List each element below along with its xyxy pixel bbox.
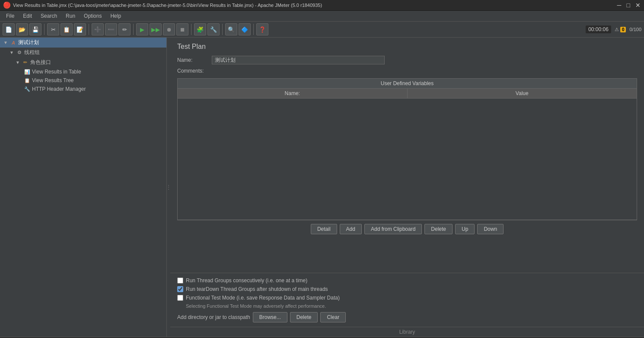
checkbox-functional-label: Functional Test Mode (i.e. save Response…: [186, 295, 340, 301]
col-value: Value: [408, 89, 637, 98]
tree-item-httpheader[interactable]: 🔧 HTTP Header Manager: [0, 85, 166, 93]
tb-start[interactable]: ▶: [136, 23, 148, 35]
tb-sep-1: [44, 24, 45, 35]
tb-sep-3: [133, 24, 134, 35]
toolbar: 📄 📂 💾 ✂ 📋 📝 ➕ ➖ ✏ ▶ ▶▶ ⏺ ⏹ 🧩 🔧 🔍 🔷 ❓ 00:…: [0, 22, 644, 38]
tree-item-testplan[interactable]: ▼ A 测试计划: [0, 38, 166, 48]
tb-sep-2: [89, 24, 89, 35]
tb-remote2[interactable]: 🔧: [207, 23, 220, 35]
udv-buttons: Detail Add Add from Clipboard Delete Up …: [177, 220, 637, 238]
down-button[interactable]: Down: [477, 224, 504, 234]
menu-run[interactable]: Run: [61, 12, 80, 20]
tb-remote1[interactable]: 🧩: [194, 23, 206, 35]
maximize-button[interactable]: □: [627, 2, 630, 9]
library-label: Library: [399, 329, 415, 335]
close-button[interactable]: ✕: [635, 2, 641, 9]
clear-button[interactable]: Clear: [320, 312, 346, 322]
options-section: Run Thread Groups consecutively (i.e. on…: [170, 273, 644, 327]
menubar: File Edit Search Run Options Help: [0, 11, 644, 22]
tb-toggle[interactable]: ✏: [118, 23, 131, 35]
warn-icon: ⚠: [615, 27, 619, 32]
checkbox-teardown[interactable]: [177, 286, 183, 292]
titlebar: 🔴 View Results in Table.jmx (C:\java-too…: [0, 0, 644, 11]
menu-edit[interactable]: Edit: [19, 12, 36, 20]
add-button[interactable]: Add: [340, 224, 362, 234]
app-icon: 🔴: [3, 2, 10, 9]
detail-button[interactable]: Detail: [311, 224, 337, 234]
menu-help[interactable]: Help: [106, 12, 125, 20]
comments-label: Comments:: [177, 68, 204, 74]
tree-item-threadgroup[interactable]: ▼ ⚙ 线程组: [0, 48, 166, 57]
minimize-button[interactable]: ─: [617, 2, 622, 9]
content-area: Test Plan Name: Comments: User Defined V…: [170, 38, 644, 273]
menu-options[interactable]: Options: [80, 12, 106, 20]
tb-copy[interactable]: 📋: [61, 23, 73, 35]
checkbox-functional[interactable]: [177, 295, 183, 301]
arrow-jiekou: ▼: [16, 60, 20, 65]
icon-httpheader: 🔧: [24, 86, 30, 92]
tb-paste[interactable]: 📝: [74, 23, 86, 35]
elapsed-timer: 00:00:06: [586, 26, 611, 33]
label-viewtree: View Results Tree: [32, 77, 74, 83]
page-title: Test Plan: [177, 43, 637, 51]
tb-open[interactable]: 📂: [16, 23, 28, 35]
col-name: Name:: [178, 89, 408, 98]
tb-start-nopauses[interactable]: ▶▶: [150, 23, 162, 35]
label-jiekou: 角色接口: [30, 59, 51, 66]
tb-cut[interactable]: ✂: [47, 23, 59, 35]
checkbox-consecutive-label: Run Thread Groups consecutively (i.e. on…: [186, 277, 307, 284]
up-button[interactable]: Up: [455, 224, 475, 234]
tb-new[interactable]: 📄: [3, 23, 15, 35]
browse-button[interactable]: Browse...: [253, 312, 287, 322]
checkbox-row-3: Functional Test Mode (i.e. save Response…: [177, 295, 637, 301]
tb-sep-6: [253, 24, 254, 35]
label-testplan: 测试计划: [18, 39, 39, 46]
tb-stop[interactable]: ⏺: [163, 23, 175, 35]
icon-jiekou: ✏: [22, 60, 29, 66]
icon-testplan: A: [10, 40, 16, 46]
menu-search[interactable]: Search: [36, 12, 61, 20]
label-viewtable: View Results in Table: [32, 69, 81, 75]
warn-badge: 0: [620, 27, 626, 32]
titlebar-left: 🔴 View Results in Table.jmx (C:\java-too…: [3, 2, 322, 9]
arrow-threadgroup: ▼: [10, 50, 14, 55]
icon-threadgroup: ⚙: [16, 50, 22, 56]
tree-item-viewtree[interactable]: 📋 View Results Tree: [0, 76, 166, 85]
name-label: Name:: [177, 57, 212, 63]
icon-viewtree: 📋: [24, 77, 30, 83]
thread-counter: 0/100: [629, 27, 641, 32]
left-panel: ▼ A 测试计划 ▼ ⚙ 线程组 ▼ ✏ 角色接口 📊 View Results…: [0, 38, 167, 337]
classpath-delete-button[interactable]: Delete: [290, 312, 318, 322]
tb-expand[interactable]: ➕: [92, 23, 104, 35]
udv-section: User Defined Variables Name: Value: [177, 78, 637, 220]
label-httpheader: HTTP Header Manager: [32, 86, 86, 92]
tb-right-info: 00:00:06 ⚠ 0 0/100: [586, 26, 641, 33]
comments-row: Comments:: [177, 68, 637, 74]
icon-viewtable: 📊: [24, 69, 30, 75]
classpath-row: Add directory or jar to classpath Browse…: [177, 312, 637, 322]
name-row: Name:: [177, 56, 637, 64]
main-layout: ▼ A 测试计划 ▼ ⚙ 线程组 ▼ ✏ 角色接口 📊 View Results…: [0, 38, 644, 337]
udv-table-header: Name: Value: [178, 89, 637, 99]
tb-sep-4: [191, 24, 191, 35]
warning-count: ⚠ 0: [615, 27, 626, 32]
tb-help[interactable]: ❓: [256, 23, 268, 35]
tb-clear[interactable]: 🔷: [239, 23, 251, 35]
tree-item-viewtable[interactable]: 📊 View Results in Table: [0, 67, 166, 76]
delete-button[interactable]: Delete: [424, 224, 453, 234]
tb-collapse[interactable]: ➖: [105, 23, 117, 35]
udv-header: User Defined Variables: [178, 79, 637, 89]
add-clipboard-button[interactable]: Add from Clipboard: [364, 224, 422, 234]
tb-save[interactable]: 💾: [29, 23, 41, 35]
tb-search[interactable]: 🔍: [225, 23, 237, 35]
checkbox-row-2: Run tearDown Thread Groups after shutdow…: [177, 286, 637, 292]
checkbox-consecutive[interactable]: [177, 277, 183, 284]
resize-handle[interactable]: [167, 38, 170, 337]
name-input[interactable]: [212, 56, 385, 64]
menu-file[interactable]: File: [2, 12, 19, 20]
label-threadgroup: 线程组: [24, 49, 40, 56]
library-area: Library: [170, 327, 644, 337]
tree-item-jiekou[interactable]: ▼ ✏ 角色接口: [0, 57, 166, 67]
tb-shutdown[interactable]: ⏹: [176, 23, 188, 35]
right-panel: Test Plan Name: Comments: User Defined V…: [170, 38, 644, 337]
